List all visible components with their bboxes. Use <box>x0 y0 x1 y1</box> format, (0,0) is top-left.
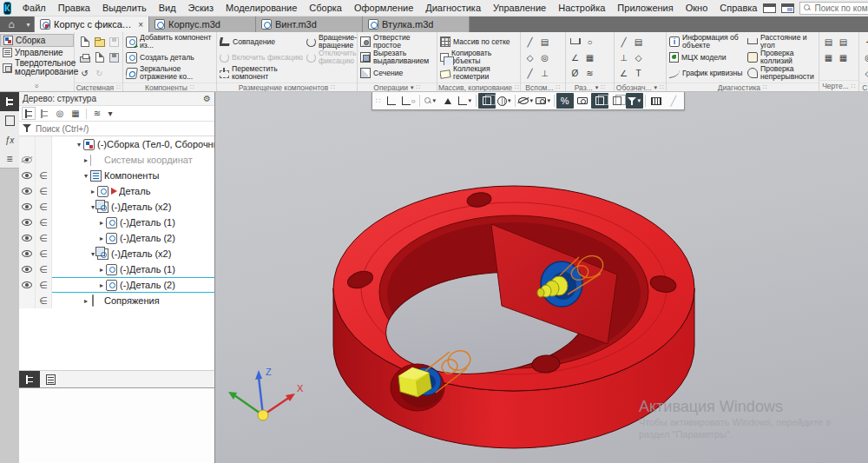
visibility-cell[interactable] <box>19 261 36 277</box>
ribbon-collapse-icon[interactable]: « <box>31 83 42 88</box>
csys-plane-button[interactable] <box>383 93 400 109</box>
tree-row-part-x2-b[interactable]: ∈ ▾ (-)Деталь (x2) <box>19 246 214 261</box>
tree-display-caret[interactable]: ▾ <box>106 107 115 120</box>
tree-row-coordinate-systems[interactable]: ▸ Системы координат <box>19 152 214 168</box>
section-cell[interactable]: ∈ <box>36 277 52 293</box>
tree-settings-gear-icon[interactable]: ⚙ <box>203 94 211 103</box>
command-search[interactable] <box>799 2 868 15</box>
menu-settings[interactable]: Настройка <box>552 0 611 17</box>
dim-radial-icon[interactable]: ○ <box>583 36 596 49</box>
hide-objects-button[interactable]: ▾ <box>517 93 535 109</box>
section-cell[interactable]: ∈ <box>36 215 52 230</box>
s-add-icon[interactable]: + <box>862 36 868 49</box>
aux-plane-icon[interactable]: ◇ <box>523 51 536 64</box>
filter-icon[interactable] <box>23 124 31 133</box>
notation-mark-icon[interactable]: ◇ <box>632 51 645 64</box>
visibility-cell[interactable] <box>19 152 36 168</box>
notation-leader-icon[interactable]: ∠ <box>617 67 630 80</box>
save-as-button[interactable] <box>108 51 121 64</box>
cut-extrude-button[interactable]: Вырезать выдавливанием <box>360 50 434 65</box>
3d-viewport[interactable]: ∷ ○ ▾ ▾ ▾ ▾ ▾ % ▾ ╱ <box>215 92 868 463</box>
menu-modeling[interactable]: Моделирование <box>220 0 303 17</box>
aux-axis-icon[interactable]: ▤ <box>538 36 551 49</box>
tree-row-part-1[interactable]: ∈ ▸ (-)Деталь (1) <box>19 215 214 230</box>
home-dropdown-caret[interactable]: ▾ <box>23 17 35 32</box>
panel-menu-button[interactable]: ≡ <box>0 149 19 169</box>
expander-icon[interactable]: ▸ <box>89 188 97 195</box>
continuity-check-button[interactable]: Проверка непрерывности <box>747 65 822 81</box>
section-cell[interactable]: ∈ <box>36 183 52 199</box>
tree-row-mates[interactable]: ∈ ▸ Сопряжения <box>19 293 214 308</box>
visibility-cell[interactable] <box>19 199 36 215</box>
menu-sketch[interactable]: Эскиз <box>182 0 220 17</box>
notation-roughness-icon[interactable]: ╱ <box>617 36 630 49</box>
dim-auto-icon[interactable]: ▦ <box>583 51 596 64</box>
mirror-component-button[interactable]: Зеркальное отражение ко... <box>126 65 214 81</box>
object-info-button[interactable]: iИнформация об объекте <box>669 34 744 50</box>
section-cell[interactable]: ∈ <box>36 261 52 277</box>
display-mode-button[interactable]: ▾ <box>496 93 513 109</box>
tree-row-components[interactable]: ∈ ▾ Компоненты <box>19 168 214 183</box>
tree-relations-button[interactable]: ◎ <box>53 107 67 120</box>
measure-button[interactable] <box>648 93 665 109</box>
visibility-cell[interactable] <box>19 215 36 230</box>
expander-icon[interactable]: ▸ <box>82 297 90 305</box>
section-cell[interactable]: ∈ <box>36 293 52 308</box>
mass-properties-button[interactable]: МЦХ модели <box>669 50 744 65</box>
hex-bolt-assembly[interactable] <box>391 364 444 411</box>
section-button[interactable]: Сечение <box>360 65 434 81</box>
expander-icon[interactable]: ▸ <box>97 281 106 289</box>
bottom-tab-list[interactable] <box>40 371 61 387</box>
grid-array-button[interactable]: Массив по сетке <box>440 34 517 50</box>
menu-diagnostics[interactable]: Диагностика <box>419 0 487 17</box>
tree-display-options-button[interactable]: ≋ <box>90 107 104 120</box>
tree-row-part-2-selected[interactable]: ∈ ▸ (-)Деталь (2) <box>19 277 214 293</box>
s-recognize-icon[interactable]: ◎ <box>862 51 868 64</box>
aux-point-icon[interactable]: ╱ <box>523 36 536 49</box>
dim-linear-icon[interactable] <box>569 36 582 49</box>
toolbar-grip[interactable]: ∷ <box>374 96 383 105</box>
ribbon-tab-management[interactable]: Управление <box>0 47 74 58</box>
home-button[interactable]: ⌂ <box>0 17 23 32</box>
orientation-button[interactable] <box>439 93 457 109</box>
drawing-new-icon[interactable]: ▤ <box>837 36 850 49</box>
menu-layout[interactable]: Оформление <box>348 0 419 17</box>
visibility-cell[interactable] <box>19 293 36 308</box>
menu-assembly[interactable]: Сборка <box>303 0 348 17</box>
section-cell[interactable]: ∈ <box>36 230 52 246</box>
clipboard-button[interactable] <box>574 93 591 109</box>
dim-chain-icon[interactable]: ≋ <box>583 67 596 80</box>
tree-search-input[interactable] <box>36 124 214 134</box>
aux-local-cs-icon[interactable]: ◎ <box>538 51 551 64</box>
expander-icon[interactable]: ▸ <box>97 235 106 242</box>
ribbon-tab-assembly[interactable]: Сборка <box>0 34 74 47</box>
menu-applications[interactable]: Приложения <box>611 0 679 17</box>
ribbon-tab-solid-modeling[interactable]: Твердотельное моделирование <box>0 58 74 77</box>
tree-sequence-view-button[interactable] <box>37 107 51 120</box>
menu-help[interactable]: Справка <box>713 0 763 17</box>
view-axis-button[interactable]: ▾ <box>457 93 474 109</box>
collision-check-button[interactable]: Проверка коллизий <box>747 50 822 65</box>
section-view-button[interactable]: % <box>556 93 574 109</box>
drawing-section-icon[interactable]: ▦ <box>822 51 835 64</box>
notation-text-icon[interactable]: T <box>632 67 645 80</box>
tab-vint[interactable]: Винт.m3d <box>256 17 363 32</box>
csys-sphere-button[interactable]: ○ <box>400 93 418 109</box>
notation-datum-icon[interactable]: ⊥ <box>617 51 630 64</box>
tree-panel-tab[interactable] <box>0 92 19 111</box>
undo-button[interactable]: ↺ <box>78 67 91 80</box>
drawing-detail-icon[interactable]: ▦ <box>837 51 850 64</box>
section-cell[interactable]: ∈ <box>36 168 52 183</box>
mate-coincidence-button[interactable]: Совпадение <box>220 34 303 50</box>
geometry-collection-button[interactable]: Коллекция геометрии <box>440 65 517 81</box>
menu-management[interactable]: Управление <box>487 0 552 17</box>
visibility-cell[interactable] <box>19 230 36 246</box>
screen-preview-icon[interactable] <box>781 3 794 13</box>
zoom-button[interactable]: ▾ <box>422 93 439 109</box>
tree-grid-button[interactable]: ▦ <box>69 107 82 120</box>
tab-vtulka[interactable]: Втулка.m3d <box>363 17 470 32</box>
menu-view[interactable]: Вид <box>153 0 182 17</box>
tree-row-part-x2[interactable]: ∈ ▾ (-)Деталь (x2) <box>19 199 214 215</box>
visibility-cell[interactable] <box>19 277 36 293</box>
filter-objects-button[interactable]: ▾ <box>626 93 643 109</box>
